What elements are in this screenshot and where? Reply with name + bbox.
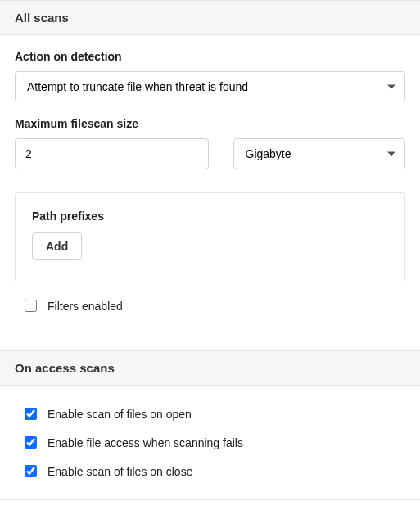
- enable-scan-on-close-checkbox[interactable]: [25, 465, 37, 477]
- action-on-detection-label: Action on detection: [15, 50, 405, 63]
- on-access-scans-header: On access scans: [0, 350, 420, 386]
- enable-access-when-fail-label: Enable file access when scanning fails: [47, 436, 243, 449]
- action-on-detection-select[interactable]: Attempt to truncate file when threat is …: [15, 71, 405, 102]
- enable-scan-on-close-label: Enable scan of files on close: [47, 465, 192, 478]
- filters-enabled-label: Filters enabled: [47, 300, 123, 313]
- path-prefixes-label: Path prefixes: [32, 210, 388, 223]
- add-button[interactable]: Add: [32, 232, 82, 260]
- filters-enabled-row: Filters enabled: [15, 297, 405, 314]
- action-on-detection-select-wrap: Attempt to truncate file when threat is …: [15, 71, 405, 102]
- all-scans-body: Action on detection Attempt to truncate …: [0, 35, 420, 334]
- enable-scan-on-open-checkbox[interactable]: [25, 408, 37, 420]
- enable-scan-on-open-label: Enable scan of files on open: [47, 408, 192, 421]
- max-filescan-size-input[interactable]: [15, 138, 209, 169]
- filters-enabled-checkbox[interactable]: [25, 300, 37, 312]
- on-access-option-row: Enable scan of files on open: [15, 405, 405, 422]
- on-access-option-row: Enable scan of files on close: [15, 463, 405, 480]
- max-filescan-unit-select[interactable]: Gigabyte: [233, 138, 406, 169]
- enable-access-when-fail-checkbox[interactable]: [25, 436, 37, 449]
- max-filescan-size-label: Maximum filescan size: [15, 117, 405, 130]
- on-access-scans-body: Enable scan of files on open Enable file…: [0, 386, 420, 500]
- max-filescan-unit-wrap: Gigabyte: [233, 138, 406, 169]
- on-access-option-row: Enable file access when scanning fails: [15, 434, 405, 451]
- all-scans-header: All scans: [0, 0, 420, 35]
- max-filescan-row: Gigabyte: [15, 138, 405, 169]
- path-prefixes-panel: Path prefixes Add: [15, 192, 405, 282]
